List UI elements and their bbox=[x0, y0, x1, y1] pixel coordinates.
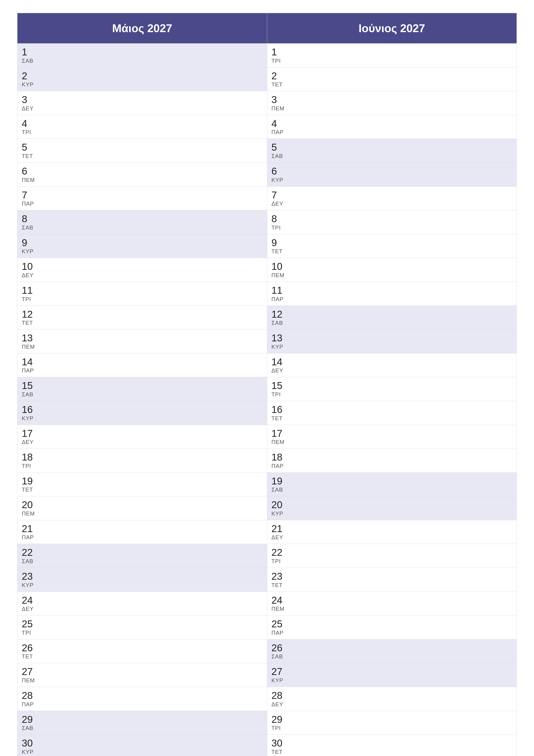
day-name: ΠΑΡ bbox=[271, 129, 513, 136]
may-day-cell: 22 ΣΑΒ bbox=[17, 544, 267, 568]
day-name: ΤΕΤ bbox=[271, 248, 513, 255]
day-name: ΚΥΡ bbox=[271, 177, 513, 183]
june-day-cell: 13 ΚΥΡ bbox=[267, 330, 517, 353]
may-day-cell: 25 ΤΡΙ bbox=[17, 615, 267, 639]
day-name: ΣΑΒ bbox=[271, 486, 513, 493]
day-number: 21 bbox=[22, 523, 263, 534]
day-number: 14 bbox=[22, 357, 263, 367]
calendar-row: 17 ΔΕΥ 17 ΠΕΜ bbox=[17, 425, 517, 449]
day-number: 8 bbox=[271, 213, 513, 224]
calendar-row: 21 ΠΑΡ 21 ΔΕΥ bbox=[17, 520, 517, 544]
calendar-row: 26 ΤΕΤ 26 ΣΑΒ bbox=[17, 639, 517, 663]
day-number: 17 bbox=[271, 428, 513, 439]
day-name: ΔΕΥ bbox=[271, 201, 513, 207]
day-name: ΤΕΤ bbox=[22, 153, 263, 159]
day-name: ΠΕΜ bbox=[22, 510, 263, 517]
may-day-cell: 6 ΠΕΜ bbox=[17, 162, 267, 186]
day-number: 22 bbox=[22, 547, 263, 558]
day-number: 10 bbox=[271, 261, 513, 272]
calendar-row: 10 ΔΕΥ 10 ΠΕΜ bbox=[17, 258, 517, 282]
day-name: ΤΕΤ bbox=[22, 486, 263, 493]
day-number: 21 bbox=[271, 523, 513, 534]
day-name: ΠΑΡ bbox=[22, 367, 263, 374]
header-row: Μάιος 2027 Ιούνιος 2027 bbox=[17, 13, 517, 43]
may-day-cell: 10 ΔΕΥ bbox=[17, 258, 267, 282]
day-number: 26 bbox=[22, 642, 263, 653]
may-day-cell: 29 ΣΑΒ bbox=[17, 711, 267, 735]
day-number: 2 bbox=[22, 70, 263, 81]
calendar-row: 13 ΠΕΜ 13 ΚΥΡ bbox=[17, 330, 517, 353]
day-name: ΤΕΤ bbox=[271, 81, 513, 88]
june-day-cell: 19 ΣΑΒ bbox=[267, 472, 517, 496]
day-name: ΔΕΥ bbox=[271, 701, 513, 708]
day-number: 28 bbox=[271, 690, 513, 701]
day-name: ΣΑΒ bbox=[271, 653, 513, 660]
day-number: 4 bbox=[22, 118, 263, 129]
calendar-row: 5 ΤΕΤ 5 ΣΑΒ bbox=[17, 139, 517, 163]
may-day-cell: 4 ΤΡΙ bbox=[17, 115, 267, 139]
june-day-cell: 15 ΤΡΙ bbox=[267, 377, 517, 401]
day-name: ΠΕΜ bbox=[271, 272, 513, 279]
day-number: 22 bbox=[271, 547, 513, 558]
june-day-cell: 12 ΣΑΒ bbox=[267, 306, 517, 330]
may-day-cell: 13 ΠΕΜ bbox=[17, 330, 267, 353]
day-name: ΠΑΡ bbox=[271, 630, 513, 636]
day-name: ΤΕΤ bbox=[22, 653, 263, 660]
calendar-row: 9 ΚΥΡ 9 ΤΕΤ bbox=[17, 234, 517, 258]
june-day-cell: 16 ΤΕΤ bbox=[267, 401, 517, 425]
may-day-cell: 24 ΔΕΥ bbox=[17, 592, 267, 615]
day-number: 9 bbox=[271, 237, 513, 248]
day-name: ΤΡΙ bbox=[22, 296, 263, 303]
day-number: 25 bbox=[22, 618, 263, 630]
calendar-row: 8 ΣΑΒ 8 ΤΡΙ bbox=[17, 210, 517, 234]
day-number: 5 bbox=[271, 142, 513, 153]
day-number: 29 bbox=[22, 714, 263, 725]
june-day-cell: 17 ΠΕΜ bbox=[267, 425, 517, 449]
june-day-cell: 3 ΠΕΜ bbox=[267, 91, 517, 115]
june-day-cell: 25 ΠΑΡ bbox=[267, 615, 517, 639]
day-number: 14 bbox=[271, 357, 513, 367]
june-day-cell: 30 ΤΕΤ bbox=[267, 735, 517, 756]
calendar-row: 3 ΔΕΥ 3 ΠΕΜ bbox=[17, 91, 517, 115]
day-name: ΣΑΒ bbox=[22, 558, 263, 565]
day-number: 6 bbox=[22, 166, 263, 177]
day-name: ΠΕΜ bbox=[22, 677, 263, 684]
day-name: ΠΑΡ bbox=[22, 701, 263, 708]
day-name: ΚΥΡ bbox=[22, 415, 263, 422]
day-name: ΤΡΙ bbox=[22, 463, 263, 470]
day-name: ΣΑΒ bbox=[22, 224, 263, 231]
june-day-cell: 27 ΚΥΡ bbox=[267, 663, 517, 687]
day-name: ΔΕΥ bbox=[22, 439, 263, 446]
day-number: 7 bbox=[22, 190, 263, 201]
may-day-cell: 28 ΠΑΡ bbox=[17, 687, 267, 711]
june-day-cell: 2 ΤΕΤ bbox=[267, 67, 517, 91]
may-header: Μάιος 2027 bbox=[17, 13, 267, 43]
calendar-table: Μάιος 2027 Ιούνιος 2027 1 ΣΑΒ 1 ΤΡΙ 2 ΚΥ… bbox=[17, 13, 517, 756]
day-name: ΠΑΡ bbox=[271, 463, 513, 470]
day-number: 20 bbox=[271, 499, 513, 510]
day-name: ΤΡΙ bbox=[271, 558, 513, 565]
day-name: ΔΕΥ bbox=[22, 272, 263, 279]
day-number: 8 bbox=[22, 213, 263, 224]
day-number: 29 bbox=[271, 714, 513, 725]
calendar-row: 4 ΤΡΙ 4 ΠΑΡ bbox=[17, 115, 517, 139]
calendar-row: 15 ΣΑΒ 15 ΤΡΙ bbox=[17, 377, 517, 401]
day-number: 9 bbox=[22, 237, 263, 248]
june-day-cell: 23 ΤΕΤ bbox=[267, 568, 517, 592]
calendar-row: 22 ΣΑΒ 22 ΤΡΙ bbox=[17, 544, 517, 568]
may-day-cell: 17 ΔΕΥ bbox=[17, 425, 267, 449]
day-number: 23 bbox=[22, 571, 263, 582]
day-name: ΤΡΙ bbox=[271, 224, 513, 231]
june-day-cell: 18 ΠΑΡ bbox=[267, 449, 517, 472]
calendar-row: 19 ΤΕΤ 19 ΣΑΒ bbox=[17, 472, 517, 496]
calendar-row: 2 ΚΥΡ 2 ΤΕΤ bbox=[17, 67, 517, 91]
day-name: ΠΕΜ bbox=[271, 105, 513, 112]
day-name: ΚΥΡ bbox=[271, 677, 513, 684]
day-name: ΤΕΤ bbox=[271, 415, 513, 422]
june-day-cell: 22 ΤΡΙ bbox=[267, 544, 517, 568]
calendar-row: 11 ΤΡΙ 11 ΠΑΡ bbox=[17, 282, 517, 306]
may-day-cell: 18 ΤΡΙ bbox=[17, 449, 267, 472]
day-name: ΠΕΜ bbox=[22, 343, 263, 350]
day-name: ΤΡΙ bbox=[22, 129, 263, 136]
may-day-cell: 12 ΤΕΤ bbox=[17, 306, 267, 330]
